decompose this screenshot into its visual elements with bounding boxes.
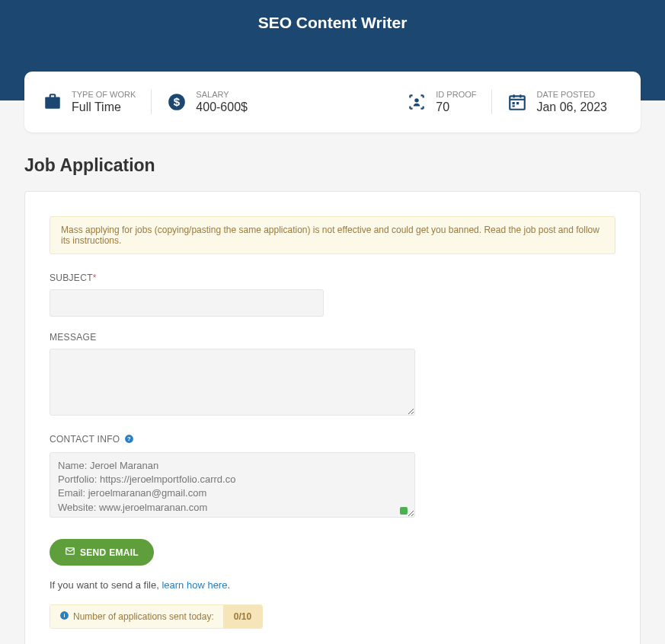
svg-rect-6 — [513, 105, 515, 107]
dollar-circle-icon: $ — [167, 92, 187, 112]
type-value: Full Time — [72, 100, 136, 114]
message-textarea[interactable] — [50, 349, 415, 416]
counter-label-text: Number of applications sent today: — [73, 611, 214, 622]
svg-point-2 — [415, 98, 419, 102]
idproof-item: ID PROOF 70 — [392, 90, 491, 114]
page-title: SEO Content Writer — [0, 0, 665, 32]
user-focus-icon — [407, 92, 427, 112]
info-icon: i — [59, 611, 69, 623]
salary-item: $ SALARY 400-600$ — [151, 90, 263, 114]
svg-rect-4 — [513, 102, 515, 104]
dateposted-item: DATE POSTED Jan 06, 2023 — [491, 90, 622, 114]
alert-warning: Mass applying for jobs (copying/pasting … — [50, 216, 615, 254]
send-email-button[interactable]: SEND EMAIL — [50, 539, 154, 566]
dateposted-value: Jan 06, 2023 — [536, 100, 607, 114]
help-icon[interactable]: ? — [124, 434, 134, 446]
file-note: If you want to send a file, learn how he… — [50, 579, 615, 591]
contact-label: CONTACT INFO ? — [50, 434, 615, 446]
envelope-icon — [65, 546, 75, 559]
job-info-card: TYPE OF WORK Full Time $ SALARY 400-600$… — [24, 72, 641, 132]
salary-label: SALARY — [196, 90, 248, 99]
svg-text:i: i — [64, 613, 66, 618]
svg-rect-5 — [516, 102, 519, 104]
section-heading: Job Application — [24, 155, 641, 176]
salary-value: 400-600$ — [196, 100, 248, 114]
contact-textarea[interactable] — [50, 452, 415, 518]
dateposted-label: DATE POSTED — [536, 90, 607, 99]
type-label: TYPE OF WORK — [72, 90, 136, 99]
svg-text:$: $ — [174, 95, 181, 108]
learn-how-link[interactable]: learn how here — [161, 579, 227, 591]
subject-label: SUBJECT* — [50, 273, 615, 283]
svg-text:?: ? — [127, 435, 131, 442]
counter-value: 0/10 — [223, 605, 262, 628]
required-asterisk: * — [93, 273, 97, 283]
idproof-label: ID PROOF — [436, 90, 476, 99]
application-form-card: Mass applying for jobs (copying/pasting … — [24, 191, 641, 644]
subject-input[interactable] — [50, 289, 324, 317]
message-label: MESSAGE — [50, 332, 615, 343]
type-of-work-item: TYPE OF WORK Full Time — [43, 90, 151, 114]
application-counter: i Number of applications sent today: 0/1… — [50, 604, 263, 629]
idproof-value: 70 — [436, 100, 476, 114]
briefcase-icon — [43, 92, 62, 112]
calendar-icon — [507, 92, 527, 112]
grammarly-indicator-icon[interactable] — [400, 507, 408, 515]
